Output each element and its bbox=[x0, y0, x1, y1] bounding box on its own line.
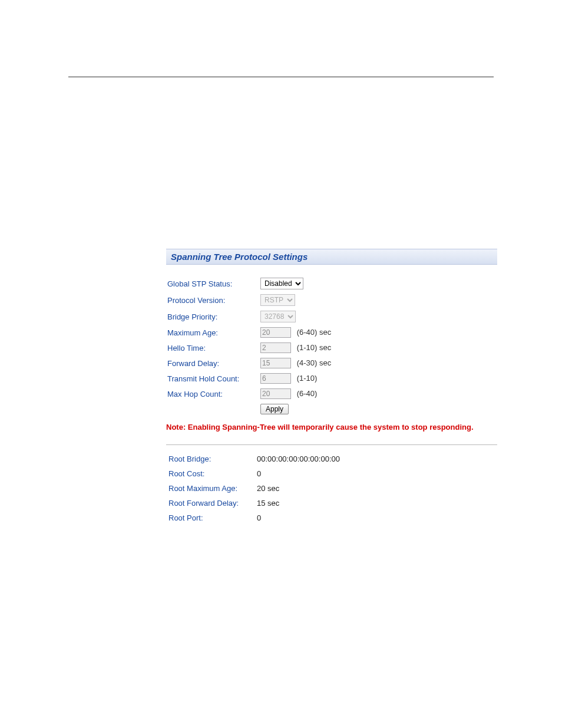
forward-delay-hint: (4-30) sec bbox=[293, 358, 332, 367]
root-forward-delay-value: 15 sec bbox=[256, 496, 343, 510]
max-hop-count-hint: (6-40) bbox=[293, 389, 318, 398]
transmit-hold-count-input[interactable] bbox=[260, 373, 291, 384]
panel-title: Spanning Tree Protocol Settings bbox=[166, 249, 497, 265]
root-cost-value: 0 bbox=[256, 467, 343, 480]
transmit-hold-count-hint: (1-10) bbox=[293, 374, 318, 383]
page: Spanning Tree Protocol Settings Global S… bbox=[0, 0, 562, 728]
max-hop-count-input[interactable] bbox=[260, 388, 291, 399]
max-hop-count-label: Max Hop Count: bbox=[166, 386, 259, 401]
root-port-label: Root Port: bbox=[167, 511, 254, 525]
forward-delay-label: Forward Delay: bbox=[166, 355, 259, 371]
stp-settings-panel: Spanning Tree Protocol Settings Global S… bbox=[166, 249, 497, 526]
hello-time-hint: (1-10) sec bbox=[293, 343, 332, 352]
root-port-value: 0 bbox=[256, 511, 343, 525]
settings-form: Global STP Status: Disabled Protocol Ver… bbox=[166, 275, 335, 417]
root-bridge-value: 00:00:00:00:00:00:00:00 bbox=[256, 452, 343, 466]
hello-time-input[interactable] bbox=[260, 342, 291, 353]
transmit-hold-count-label: Transmit Hold Count: bbox=[166, 371, 259, 386]
hello-time-label: Hello Time: bbox=[166, 340, 259, 355]
bridge-priority-select[interactable]: 32768 bbox=[260, 311, 296, 322]
apply-button[interactable]: Apply bbox=[260, 404, 289, 414]
protocol-version-label: Protocol Version: bbox=[166, 292, 259, 308]
global-stp-status-select[interactable]: Disabled bbox=[260, 278, 303, 289]
root-max-age-value: 20 sec bbox=[256, 482, 343, 495]
root-forward-delay-label: Root Forward Delay: bbox=[167, 496, 254, 510]
maximum-age-hint: (6-40) sec bbox=[293, 328, 332, 337]
root-bridge-label: Root Bridge: bbox=[167, 452, 254, 466]
root-info-table: Root Bridge: 00:00:00:00:00:00:00:00 Roo… bbox=[166, 451, 345, 526]
forward-delay-input[interactable] bbox=[260, 358, 291, 368]
warning-note: Note: Enabling Spanning-Tree will tempor… bbox=[166, 423, 497, 431]
maximum-age-input[interactable] bbox=[260, 327, 291, 338]
top-rule bbox=[68, 77, 494, 77]
global-stp-status-label: Global STP Status: bbox=[166, 275, 259, 292]
root-cost-label: Root Cost: bbox=[167, 467, 254, 480]
section-rule bbox=[166, 444, 497, 445]
root-max-age-label: Root Maximum Age: bbox=[167, 482, 254, 495]
bridge-priority-label: Bridge Priority: bbox=[166, 308, 259, 325]
maximum-age-label: Maximum Age: bbox=[166, 325, 259, 340]
protocol-version-select[interactable]: RSTP bbox=[260, 294, 295, 306]
